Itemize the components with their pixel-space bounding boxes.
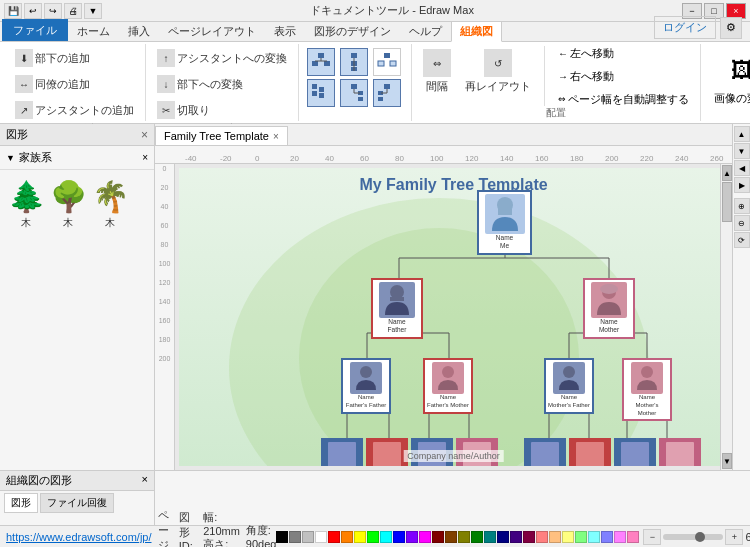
quick-more[interactable]: ▼ bbox=[84, 3, 102, 19]
color-silver[interactable] bbox=[302, 531, 314, 543]
quick-save[interactable]: 💾 bbox=[4, 3, 22, 19]
color-black[interactable] bbox=[276, 531, 288, 543]
add-same-button[interactable]: ↔ 同僚の追加 bbox=[10, 72, 139, 96]
to-assistant-button[interactable]: ↑ アシスタントへの変換 bbox=[152, 46, 292, 70]
zoom-slider[interactable] bbox=[663, 534, 723, 540]
layout-icon-6[interactable] bbox=[373, 79, 401, 107]
zoom-thumb[interactable] bbox=[695, 532, 705, 542]
person-mmm[interactable]: NameMother's Mother's Grandfather bbox=[659, 438, 701, 466]
color-purple[interactable] bbox=[406, 531, 418, 543]
layout-icon-5[interactable] bbox=[340, 79, 368, 107]
status-url[interactable]: https://www.edrawsoft.com/jp/ bbox=[6, 531, 152, 543]
rt-btn-1[interactable]: ▲ bbox=[734, 126, 750, 142]
color-indigo[interactable] bbox=[510, 531, 522, 543]
rt-btn-4[interactable]: ▶ bbox=[734, 177, 750, 193]
rt-btn-5[interactable]: ⊕ bbox=[734, 198, 750, 214]
cut-button[interactable]: ✂ 切取り bbox=[152, 98, 292, 122]
person-mmf[interactable]: NameMother's Mother's Grandfather bbox=[614, 438, 656, 466]
person-mff[interactable]: NameMother's Father's Grandfather bbox=[524, 438, 566, 466]
color-cyan[interactable] bbox=[380, 531, 392, 543]
color-yellow[interactable] bbox=[354, 531, 366, 543]
move-right-button[interactable]: → 右へ移動 bbox=[553, 66, 694, 87]
person-mother[interactable]: NameMother bbox=[583, 278, 635, 339]
tab-insert[interactable]: 挿入 bbox=[119, 21, 159, 41]
color-lightpurple[interactable] bbox=[614, 531, 626, 543]
color-gray[interactable] bbox=[289, 531, 301, 543]
color-lightgreen[interactable] bbox=[575, 531, 587, 543]
color-lightyellow[interactable] bbox=[562, 531, 574, 543]
shape-tree2[interactable]: 🌳 木 bbox=[50, 178, 86, 230]
section-close[interactable]: × bbox=[142, 152, 148, 163]
color-darkgreen[interactable] bbox=[471, 531, 483, 543]
bottom-panel-close[interactable]: × bbox=[142, 473, 148, 488]
color-green[interactable] bbox=[367, 531, 379, 543]
left-panel-close[interactable]: × bbox=[141, 128, 148, 142]
rt-btn-7[interactable]: ⟳ bbox=[734, 232, 750, 248]
person-fff[interactable]: NameFather's Father's Paternal Grandfath… bbox=[321, 438, 363, 466]
color-teal[interactable] bbox=[484, 531, 496, 543]
add-assistant-button[interactable]: ↗ アシスタントの追加 bbox=[10, 98, 139, 122]
person-me[interactable]: NameMe bbox=[477, 190, 532, 255]
person-mfm[interactable]: NameMother's Father's Grandmother bbox=[569, 438, 611, 466]
layout-icon-4[interactable] bbox=[307, 79, 335, 107]
quick-redo[interactable]: ↪ bbox=[44, 3, 62, 19]
ruler-mark-0: -40 bbox=[185, 154, 197, 163]
color-violet[interactable] bbox=[523, 531, 535, 543]
color-olive[interactable] bbox=[458, 531, 470, 543]
quick-undo[interactable]: ↩ bbox=[24, 3, 42, 19]
person-fm[interactable]: NameFather's Mother bbox=[423, 358, 473, 414]
zoom-out-button[interactable]: − bbox=[643, 529, 661, 545]
change-image-button[interactable]: 🖼 画像の変更 bbox=[707, 46, 750, 111]
layout-icon-1[interactable] bbox=[307, 48, 335, 76]
color-pink[interactable] bbox=[627, 531, 639, 543]
tab-org[interactable]: 組織図 bbox=[451, 21, 502, 42]
color-lightred[interactable] bbox=[536, 531, 548, 543]
color-navy[interactable] bbox=[497, 531, 509, 543]
color-magenta[interactable] bbox=[419, 531, 431, 543]
relayout-button[interactable]: ↺ 再レイアウト bbox=[460, 46, 536, 97]
person-father[interactable]: NameFather bbox=[371, 278, 423, 339]
diagram-canvas[interactable]: My Family Tree Template bbox=[179, 168, 728, 466]
layout-icon-2[interactable] bbox=[340, 48, 368, 76]
add-below-button[interactable]: ⬇ 部下の追加 bbox=[10, 46, 139, 70]
layout-icon-3[interactable] bbox=[373, 48, 401, 76]
color-red[interactable] bbox=[328, 531, 340, 543]
tab-home[interactable]: ホーム bbox=[68, 21, 119, 41]
scroll-up-button[interactable]: ▲ bbox=[722, 165, 732, 181]
color-brown[interactable] bbox=[445, 531, 457, 543]
color-blue[interactable] bbox=[393, 531, 405, 543]
color-lightorange[interactable] bbox=[549, 531, 561, 543]
quick-print[interactable]: 🖨 bbox=[64, 3, 82, 19]
color-white[interactable] bbox=[315, 531, 327, 543]
scroll-thumb[interactable] bbox=[722, 182, 732, 222]
spacing-button[interactable]: ⇔ 間隔 bbox=[418, 46, 456, 97]
rt-btn-6[interactable]: ⊖ bbox=[734, 215, 750, 231]
color-darkred[interactable] bbox=[432, 531, 444, 543]
rt-btn-2[interactable]: ▼ bbox=[734, 143, 750, 159]
tab-file[interactable]: ファイル bbox=[2, 19, 68, 41]
person-ff[interactable]: NameFather's Father bbox=[341, 358, 391, 414]
settings-button[interactable]: ⚙ bbox=[720, 17, 742, 39]
color-lightblue[interactable] bbox=[601, 531, 613, 543]
rt-btn-3[interactable]: ◀ bbox=[734, 160, 750, 176]
tab-pagelayout[interactable]: ページレイアウト bbox=[159, 21, 265, 41]
shape-tree3[interactable]: 🌴 木 bbox=[92, 178, 128, 230]
color-lightcyan[interactable] bbox=[588, 531, 600, 543]
tab-view[interactable]: 表示 bbox=[265, 21, 305, 41]
person-mm[interactable]: NameMother's Mother bbox=[622, 358, 672, 421]
scrollbar-vertical[interactable]: ▲ ▼ bbox=[720, 164, 732, 470]
shape-tree1[interactable]: 🌲 木 bbox=[8, 178, 44, 230]
color-orange[interactable] bbox=[341, 531, 353, 543]
canvas-tab-family[interactable]: Family Tree Template × bbox=[155, 126, 288, 145]
shape-section-family[interactable]: ▼ 家族系 × bbox=[0, 146, 154, 170]
zoom-in-button[interactable]: + bbox=[725, 529, 743, 545]
person-mf[interactable]: NameMother's Father bbox=[544, 358, 594, 414]
person-ffm[interactable]: NameFather's Father's Paternal Grandmoth… bbox=[366, 438, 408, 466]
canvas-tab-close[interactable]: × bbox=[273, 131, 279, 142]
tab-shapedesign[interactable]: 図形のデザイン bbox=[305, 21, 400, 41]
to-below-button[interactable]: ↓ 部下への変換 bbox=[152, 72, 292, 96]
tab-help[interactable]: ヘルプ bbox=[400, 21, 451, 41]
scroll-down-button[interactable]: ▼ bbox=[722, 453, 732, 469]
move-left-button[interactable]: ← 左へ移動 bbox=[553, 43, 694, 64]
login-button[interactable]: ログイン bbox=[654, 16, 716, 39]
